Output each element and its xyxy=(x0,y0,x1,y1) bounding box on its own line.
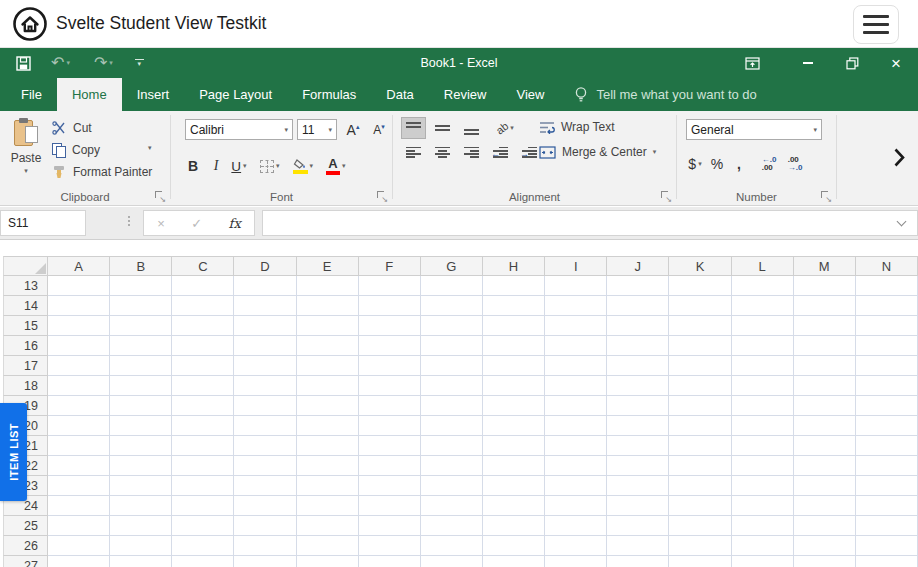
grid-cell-K15[interactable] xyxy=(669,316,731,336)
grid-cell-M13[interactable] xyxy=(794,276,856,296)
item-list-tab[interactable]: ITEM LIST xyxy=(0,403,27,501)
grid-cell-N25[interactable] xyxy=(856,516,918,536)
grid-cell-G22[interactable] xyxy=(421,456,483,476)
grid-cell-B25[interactable] xyxy=(110,516,172,536)
ribbon-scroll-right-button[interactable] xyxy=(893,147,906,171)
grid-cell-H19[interactable] xyxy=(483,396,545,416)
grid-cell-I21[interactable] xyxy=(545,436,607,456)
column-header-K[interactable]: K xyxy=(669,256,731,276)
grid-cell-L18[interactable] xyxy=(732,376,794,396)
grid-cell-L14[interactable] xyxy=(732,296,794,316)
grid-cell-L19[interactable] xyxy=(732,396,794,416)
font-color-button[interactable]: A ▾ xyxy=(324,155,348,177)
grid-cell-A25[interactable] xyxy=(48,516,110,536)
grid-cell-J24[interactable] xyxy=(607,496,669,516)
column-header-I[interactable]: I xyxy=(545,256,607,276)
column-header-G[interactable]: G xyxy=(421,256,483,276)
select-all-corner[interactable] xyxy=(3,256,48,276)
grid-cell-B22[interactable] xyxy=(110,456,172,476)
grid-cell-K24[interactable] xyxy=(669,496,731,516)
grid-cell-K16[interactable] xyxy=(669,336,731,356)
grid-cell-E15[interactable] xyxy=(297,316,359,336)
grid-cell-I15[interactable] xyxy=(545,316,607,336)
orientation-button[interactable]: ab ▾ xyxy=(488,117,522,139)
grid-cell-N18[interactable] xyxy=(856,376,918,396)
grid-cell-M14[interactable] xyxy=(794,296,856,316)
grid-cell-J23[interactable] xyxy=(607,476,669,496)
grid-cell-J14[interactable] xyxy=(607,296,669,316)
tab-insert[interactable]: Insert xyxy=(122,78,185,111)
alignment-dialog-launcher[interactable] xyxy=(661,191,671,201)
grid-cell-E22[interactable] xyxy=(297,456,359,476)
grid-cell-K18[interactable] xyxy=(669,376,731,396)
grid-cell-D14[interactable] xyxy=(234,296,296,316)
grid-cell-J13[interactable] xyxy=(607,276,669,296)
column-header-N[interactable]: N xyxy=(856,256,918,276)
column-header-E[interactable]: E xyxy=(297,256,359,276)
grid-cell-I25[interactable] xyxy=(545,516,607,536)
grid-cell-N23[interactable] xyxy=(856,476,918,496)
column-header-B[interactable]: B xyxy=(110,256,172,276)
grid-cell-M24[interactable] xyxy=(794,496,856,516)
grid-cell-M26[interactable] xyxy=(794,536,856,556)
underline-dropdown-caret[interactable]: ▾ xyxy=(243,162,247,170)
grid-cell-B17[interactable] xyxy=(110,356,172,376)
grid-cell-B23[interactable] xyxy=(110,476,172,496)
format-painter-button[interactable]: Format Painter xyxy=(52,162,152,181)
grid-cell-G18[interactable] xyxy=(421,376,483,396)
grid-cell-K21[interactable] xyxy=(669,436,731,456)
font-dialog-launcher[interactable] xyxy=(377,191,387,201)
grid-cell-I20[interactable] xyxy=(545,416,607,436)
grid-cell-C20[interactable] xyxy=(172,416,234,436)
grid-cell-N14[interactable] xyxy=(856,296,918,316)
grid-cell-C14[interactable] xyxy=(172,296,234,316)
font-name-combobox[interactable]: Calibri ▾ xyxy=(185,119,293,140)
grid-cell-M21[interactable] xyxy=(794,436,856,456)
comma-format-button[interactable]: , xyxy=(731,153,747,175)
row-header-25[interactable]: 25 xyxy=(3,516,48,536)
grid-cell-G21[interactable] xyxy=(421,436,483,456)
grid-cell-G20[interactable] xyxy=(421,416,483,436)
grid-cell-I22[interactable] xyxy=(545,456,607,476)
grid-cell-C16[interactable] xyxy=(172,336,234,356)
grid-cell-J20[interactable] xyxy=(607,416,669,436)
align-bottom-button[interactable] xyxy=(459,117,484,139)
grid-cell-I14[interactable] xyxy=(545,296,607,316)
grid-cell-H16[interactable] xyxy=(483,336,545,356)
grid-cell-M15[interactable] xyxy=(794,316,856,336)
grid-cell-M19[interactable] xyxy=(794,396,856,416)
grid-cell-A21[interactable] xyxy=(48,436,110,456)
grid-cell-I23[interactable] xyxy=(545,476,607,496)
tab-review[interactable]: Review xyxy=(429,78,502,111)
copy-button[interactable]: Copy xyxy=(52,140,152,159)
grid-cell-M20[interactable] xyxy=(794,416,856,436)
grid-cell-C18[interactable] xyxy=(172,376,234,396)
insert-function-icon[interactable]: fx xyxy=(229,216,241,231)
enter-icon[interactable]: ✓ xyxy=(191,216,202,231)
grid-cell-C25[interactable] xyxy=(172,516,234,536)
grid-cell-F20[interactable] xyxy=(359,416,421,436)
close-button[interactable]: × xyxy=(874,48,918,78)
grid-cell-L16[interactable] xyxy=(732,336,794,356)
grid-cell-I18[interactable] xyxy=(545,376,607,396)
grid-cell-N22[interactable] xyxy=(856,456,918,476)
grid-cell-A23[interactable] xyxy=(48,476,110,496)
grid-cell-I17[interactable] xyxy=(545,356,607,376)
grid-cell-F19[interactable] xyxy=(359,396,421,416)
grid-cell-L27[interactable] xyxy=(732,556,794,567)
align-top-button[interactable] xyxy=(401,117,426,139)
grid-cell-C22[interactable] xyxy=(172,456,234,476)
merge-center-button[interactable]: Merge & Center ▾ xyxy=(539,145,656,159)
grid-cell-H23[interactable] xyxy=(483,476,545,496)
grid-cell-K13[interactable] xyxy=(669,276,731,296)
grid-cell-D26[interactable] xyxy=(234,536,296,556)
grid-cell-A20[interactable] xyxy=(48,416,110,436)
grid-cell-H13[interactable] xyxy=(483,276,545,296)
grid-cell-D15[interactable] xyxy=(234,316,296,336)
grid-cell-N21[interactable] xyxy=(856,436,918,456)
grid-cell-A26[interactable] xyxy=(48,536,110,556)
grid-cell-E20[interactable] xyxy=(297,416,359,436)
grid-cell-D17[interactable] xyxy=(234,356,296,376)
grid-cell-G13[interactable] xyxy=(421,276,483,296)
grid-cell-D25[interactable] xyxy=(234,516,296,536)
